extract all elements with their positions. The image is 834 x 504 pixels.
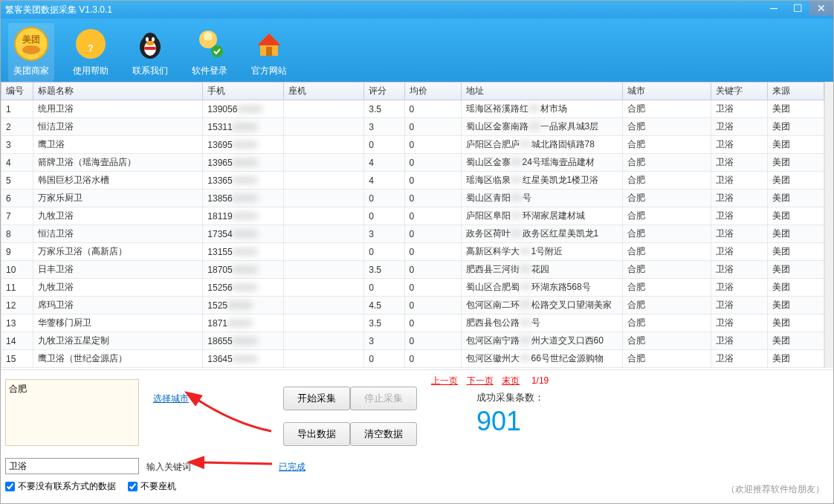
toolbar-meituan-merchant[interactable]: 美团 美团商家: [8, 23, 54, 82]
toolbar-contact[interactable]: 联系我们: [127, 23, 173, 82]
keyword-input[interactable]: [5, 458, 139, 474]
table-row[interactable]: 7九牧卫浴181190000000庐阳区阜阳XX环湖家居建材城合肥卫浴美团: [1, 207, 824, 225]
col-rating[interactable]: 评分: [364, 83, 404, 100]
table-row[interactable]: 5韩国巨杉卫浴水槽133650000040瑶海区临泉XX红星美凯龙1楼卫浴合肥卫…: [1, 172, 824, 190]
table-row[interactable]: 9万家乐卫浴（高新店）131550000000高新区科学大XX1号附近合肥卫浴美…: [1, 243, 824, 261]
checkbox-no-contact[interactable]: 不要没有联系方式的数据: [5, 480, 116, 493]
keyword-label: 输入关键词: [146, 461, 191, 474]
table-row[interactable]: 4箭牌卫浴（瑶海壹品店）139650000040蜀山区金寨XX24号瑶海壹品建材…: [1, 154, 824, 172]
svg-text:?: ?: [88, 43, 93, 54]
svg-rect-11: [144, 47, 156, 50]
col-kw[interactable]: 关键字: [711, 83, 767, 100]
table-row[interactable]: 16红欣卫浴批发总汇13356000003.50包河区东二环XX五里庙建材市场1…: [1, 368, 824, 369]
prev-page-link[interactable]: 上一页: [431, 375, 458, 386]
meituan-icon: 美团: [13, 26, 49, 62]
maximize-button[interactable]: ☐: [786, 1, 809, 16]
vertical-scrollbar[interactable]: [824, 82, 833, 368]
app-title: 繁客美团数据采集 V1.3.0.1: [5, 4, 112, 16]
toolbar-help[interactable]: ? 使用帮助: [68, 23, 114, 82]
stats-count: 901: [476, 406, 521, 437]
col-tel[interactable]: 座机: [283, 83, 364, 100]
bottom-panel: 上一页 下一页 末页 1/19 成功采集条数： 901 合肥 选择城市 开始采集…: [1, 369, 833, 503]
table-row[interactable]: 12席玛卫浴1525000004.50包河区南二环XX松路交叉口望湖美家合肥卫浴…: [1, 297, 824, 314]
city-textbox[interactable]: 合肥: [5, 379, 139, 446]
export-button[interactable]: 导出数据: [283, 422, 350, 446]
table-row[interactable]: 8恒洁卫浴173540000030政务区荷叶XX政务区红星美凯龙1合肥卫浴美团: [1, 225, 824, 243]
stats-label: 成功采集条数：: [476, 391, 544, 404]
window-controls: ─ ☐ ✕: [762, 1, 833, 19]
titlebar: 繁客美团数据采集 V1.3.0.1 ─ ☐ ✕: [1, 1, 833, 19]
col-id[interactable]: 编号: [1, 83, 33, 100]
svg-point-9: [152, 37, 155, 42]
svg-point-14: [211, 45, 223, 57]
toolbar-login[interactable]: 软件登录: [187, 23, 233, 82]
recommend-text: （欢迎推荐软件给朋友）: [726, 483, 824, 496]
house-icon: [251, 26, 287, 62]
stop-collect-button[interactable]: 停止采集: [350, 387, 417, 410]
col-title[interactable]: 标题名称: [33, 83, 203, 100]
data-table-area: 编号 标题名称 手机 座机 评分 均价 地址 城市 关键字 来源 1统用卫浴13…: [1, 82, 833, 368]
table-row[interactable]: 13华蓥移门厨卫1871000003.50肥西县包公路XX号合肥卫浴美团: [1, 314, 824, 332]
page-info: 1/19: [531, 375, 549, 386]
pagination: 上一页 下一页 末页 1/19: [428, 375, 549, 387]
checkbox-no-landline[interactable]: 不要座机: [128, 480, 176, 493]
next-page-link[interactable]: 下一页: [467, 375, 494, 386]
login-icon: [192, 26, 227, 62]
svg-point-8: [146, 37, 149, 42]
select-city-link[interactable]: 选择城市: [153, 392, 189, 405]
table-row[interactable]: 15鹰卫浴（世纪金源店）136450000000包河区徽州大XX66号世纪金源购…: [1, 350, 824, 368]
svg-text:美团: 美团: [22, 34, 40, 45]
toolbar: 美团 美团商家 ? 使用帮助 联系我们 软件登录 官方网站: [1, 19, 833, 82]
col-phone[interactable]: 手机: [203, 83, 284, 100]
close-button[interactable]: ✕: [809, 1, 833, 16]
table-header-row: 编号 标题名称 手机 座机 评分 均价 地址 城市 关键字 来源: [1, 83, 824, 100]
svg-point-13: [204, 32, 213, 41]
col-addr[interactable]: 地址: [461, 83, 622, 100]
svg-point-10: [147, 41, 153, 44]
last-page-link[interactable]: 末页: [502, 375, 520, 386]
toolbar-website[interactable]: 官方网站: [246, 23, 292, 82]
svg-rect-15: [266, 47, 272, 56]
col-src[interactable]: 来源: [767, 83, 824, 100]
table-row[interactable]: 1统用卫浴139056000003.50瑶海区裕溪路红XX材市场合肥卫浴美团: [1, 100, 824, 118]
col-price[interactable]: 均价: [404, 83, 461, 100]
status-done: 已完成: [279, 461, 306, 474]
data-table: 编号 标题名称 手机 座机 评分 均价 地址 城市 关键字 来源 1统用卫浴13…: [1, 82, 824, 368]
table-row[interactable]: 6万家乐厨卫138560000000蜀山区青阳XX号合肥卫浴美团: [1, 190, 824, 207]
table-row[interactable]: 10日丰卫浴18705000003.50肥西县三河街XX花园合肥卫浴美团: [1, 261, 824, 279]
arrow-annotation-icon: [194, 453, 276, 474]
svg-point-2: [22, 45, 40, 54]
table-row[interactable]: 3鹰卫浴136950000000庐阳区合肥庐XX城北路固镇路78合肥卫浴美团: [1, 136, 824, 154]
col-city[interactable]: 城市: [622, 83, 711, 100]
minimize-button[interactable]: ─: [762, 1, 786, 16]
clear-button[interactable]: 清空数据: [350, 422, 417, 446]
start-collect-button[interactable]: 开始采集: [283, 387, 350, 410]
checkbox-row: 不要没有联系方式的数据 不要座机: [5, 480, 176, 493]
table-row[interactable]: 14九牧卫浴五星定制186550000030包河区南宁路XX州大道交叉口西60合…: [1, 332, 824, 350]
qq-penguin-icon: [132, 26, 168, 62]
table-row[interactable]: 11九牧卫浴152560000000蜀山区合肥蜀XX环湖东路568号合肥卫浴美团: [1, 279, 824, 297]
help-icon: ?: [73, 26, 109, 62]
arrow-annotation-icon: [190, 394, 279, 441]
table-row[interactable]: 2恒洁卫浴153110000030蜀山区金寨南路XX一品家具城3层合肥卫浴美团: [1, 118, 824, 136]
